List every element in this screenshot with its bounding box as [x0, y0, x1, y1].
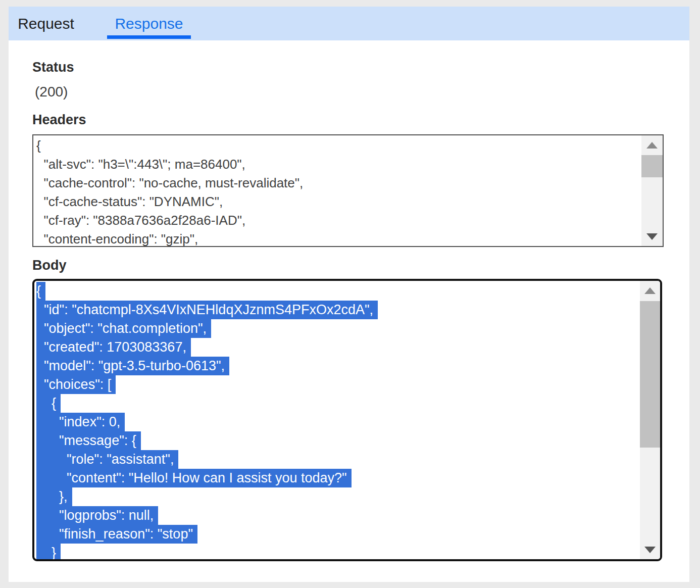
tab-bar: Request Response [9, 7, 689, 40]
scrollbar-thumb[interactable] [640, 301, 660, 448]
code-line: "content-encoding": "gzip", [36, 230, 660, 246]
triangle-up-icon [644, 287, 656, 294]
code-line: "cache-control": "no-cache, must-revalid… [36, 174, 660, 192]
status-value: (200) [32, 84, 666, 100]
code-line: "finish_reason": "stop" [36, 525, 658, 544]
headers-scrollbar[interactable] [641, 135, 663, 246]
code-line: "cf-cache-status": "DYNAMIC", [36, 192, 660, 211]
response-panel: Request Response Status (200) Headers { … [9, 7, 689, 582]
headers-label: Headers [32, 112, 666, 127]
code-line: "id": "chatcmpl-8Xs4VIxNEHldqXJznmS4PFxO… [36, 301, 658, 319]
code-line: { [36, 394, 658, 413]
headers-textarea[interactable]: { "alt-svc": "h3=\":443\"; ma=86400", "c… [32, 134, 664, 247]
code-line: }, [36, 487, 658, 506]
code-line: "role": "assistant", [36, 450, 658, 469]
scroll-up-icon[interactable] [640, 281, 660, 300]
code-line: "object": "chat.completion", [36, 319, 658, 338]
scrollbar-thumb[interactable] [641, 155, 663, 177]
body-label: Body [32, 258, 666, 273]
body-code: { "id": "chatcmpl-8Xs4VIxNEHldqXJznmS4PF… [34, 281, 660, 559]
code-line: "model": "gpt-3.5-turbo-0613", [36, 357, 658, 375]
scroll-up-icon[interactable] [641, 135, 663, 155]
tab-request-label: Request [18, 15, 74, 32]
code-line: "content": "Hello! How can I assist you … [36, 469, 658, 487]
active-tab-underline [107, 35, 191, 39]
response-content: Status (200) Headers { "alt-svc": "h3=\"… [9, 60, 689, 561]
tab-response-label: Response [115, 15, 183, 32]
code-line: "logprobs": null, [36, 506, 658, 525]
code-line: "alt-svc": "h3=\":443\"; ma=86400", [36, 155, 660, 174]
headers-code: { "alt-svc": "h3=\":443\"; ma=86400", "c… [33, 135, 663, 246]
status-label: Status [32, 60, 666, 75]
triangle-up-icon [646, 142, 658, 149]
scroll-down-icon[interactable] [641, 227, 663, 246]
code-line: { [36, 136, 660, 155]
code-line: "created": 1703083367, [36, 338, 658, 357]
code-line: } [36, 544, 658, 559]
triangle-down-icon [646, 233, 658, 240]
triangle-down-icon [644, 547, 656, 553]
tab-request[interactable]: Request [18, 7, 74, 40]
code-line: { [36, 282, 658, 301]
code-line: "cf-ray": "8388a7636a2f28a6-IAD", [36, 211, 660, 230]
code-line: "message": { [36, 431, 658, 450]
body-scrollbar[interactable] [640, 281, 660, 559]
code-line: "choices": [ [36, 375, 658, 394]
body-textarea[interactable]: { "id": "chatcmpl-8Xs4VIxNEHldqXJznmS4PF… [32, 279, 662, 561]
code-line: "index": 0, [36, 413, 658, 431]
scroll-down-icon[interactable] [640, 540, 660, 559]
tab-response[interactable]: Response [107, 7, 191, 40]
